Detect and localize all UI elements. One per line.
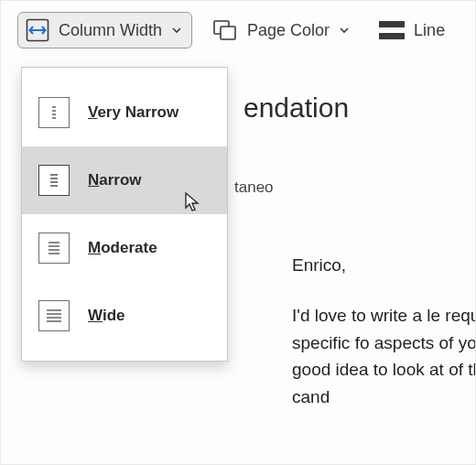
toolbar: Column Width Page Color Line <box>1 1 475 61</box>
very-narrow-icon <box>38 97 70 128</box>
dropdown-item-wide[interactable]: Wide <box>22 282 227 350</box>
chevron-down-icon <box>339 25 350 36</box>
svg-rect-3 <box>221 27 235 39</box>
column-width-button[interactable]: Column Width <box>17 12 192 49</box>
document-body: Enrico, I'd love to write a le require a… <box>292 252 476 410</box>
wide-icon <box>38 300 70 331</box>
dropdown-label: Narrow <box>88 171 142 189</box>
dropdown-item-very-narrow[interactable]: Very Narrow <box>22 79 227 146</box>
line-focus-button[interactable]: Line <box>372 16 454 46</box>
column-width-icon <box>26 18 49 42</box>
svg-rect-5 <box>379 27 405 33</box>
document-salutation: Enrico, <box>292 252 476 278</box>
chevron-down-icon <box>171 25 182 36</box>
column-width-dropdown: Very Narrow Narrow Moderate <box>21 67 228 362</box>
moderate-icon <box>38 232 70 264</box>
document-title: endation <box>243 92 475 124</box>
page-color-button[interactable]: Page Color <box>205 14 359 47</box>
page-color-icon <box>212 19 238 41</box>
dropdown-item-narrow[interactable]: Narrow <box>22 146 227 214</box>
dropdown-item-moderate[interactable]: Moderate <box>22 214 227 282</box>
line-focus-icon <box>379 21 405 39</box>
column-width-label: Column Width <box>59 21 162 40</box>
narrow-icon <box>38 165 70 196</box>
dropdown-label: Very Narrow <box>88 103 178 122</box>
page-color-label: Page Color <box>247 21 330 40</box>
document-author: taneo <box>234 178 475 197</box>
dropdown-label: Moderate <box>88 239 157 257</box>
dropdown-label: Wide <box>88 307 124 325</box>
line-focus-label: Line <box>414 21 445 40</box>
document-paragraph: I'd love to write a le require a specifi… <box>292 302 476 410</box>
